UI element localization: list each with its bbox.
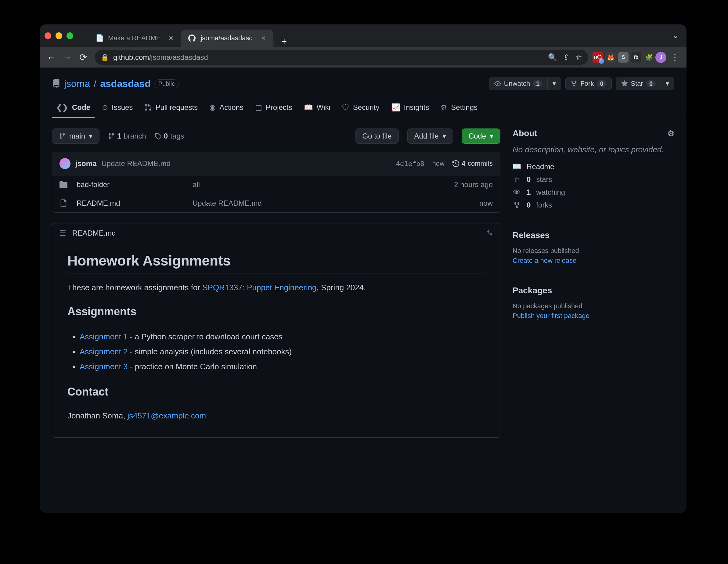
tab-security[interactable]: 🛡Security <box>338 99 384 118</box>
count-badge: 0 <box>646 80 656 87</box>
add-file-button[interactable]: Add file ▾ <box>407 128 453 144</box>
file-commit-msg[interactable]: Update README.md <box>193 199 479 208</box>
new-tab-button[interactable]: + <box>276 36 293 47</box>
star-button[interactable]: Star 0 ▾ <box>616 77 674 90</box>
page-content[interactable]: jsoma / asdasdasd Public Unwatch 1 ▾ <box>40 68 687 513</box>
file-row[interactable]: README.md Update README.md now <box>52 194 500 212</box>
author-avatar[interactable] <box>59 158 70 169</box>
tab-issues[interactable]: ⊙Issues <box>98 99 137 118</box>
readme-intro: These are homework assignments for SPQR1… <box>67 281 485 294</box>
tab-title: Make a README <box>108 34 160 42</box>
extension-icon[interactable]: 🦊 <box>605 52 616 63</box>
minimize-window-button[interactable] <box>56 32 62 39</box>
stars-link[interactable]: ☆0 stars <box>513 175 674 184</box>
extensions-menu-icon[interactable]: 🧩 <box>644 52 654 63</box>
tab-projects[interactable]: ▥Projects <box>251 99 297 118</box>
commit-hash[interactable]: 4d1efb8 <box>396 160 424 168</box>
browser-tab-0[interactable]: 📄 Make a README ✕ <box>88 30 181 47</box>
share-icon[interactable]: ⇪ <box>563 53 569 62</box>
releases-heading[interactable]: Releases <box>513 230 674 240</box>
file-name[interactable]: README.md <box>77 199 193 208</box>
extension-icon[interactable]: S <box>618 52 629 63</box>
omnibox-actions: 🔍 ⇪ ☆ <box>548 53 582 62</box>
commit-message[interactable]: Update README.md <box>101 159 171 168</box>
contact-email-link[interactable]: js4571@example.com <box>128 411 206 420</box>
repo-actions: Unwatch 1 ▾ Fork 0 <box>489 77 674 90</box>
close-window-button[interactable] <box>45 32 51 39</box>
extension-icon[interactable]: fb <box>631 52 641 63</box>
pencil-icon[interactable]: ✎ <box>487 229 493 237</box>
create-release-link[interactable]: Create a new release <box>513 257 576 264</box>
reload-button[interactable]: ⟳ <box>76 50 90 65</box>
file-name[interactable]: bad-folder <box>77 180 193 189</box>
profile-avatar[interactable]: J <box>655 52 666 63</box>
toolbar: ← → ⟳ 🔒 github.com/jsoma/asdasdasd 🔍 ⇪ ☆… <box>40 47 687 68</box>
publish-package-link[interactable]: Publish your first package <box>513 312 589 320</box>
caret-down-icon[interactable]: ▾ <box>661 77 674 90</box>
file-commit-msg[interactable]: all <box>193 180 454 189</box>
visibility-badge: Public <box>154 79 179 88</box>
tag-count-link[interactable]: 0 tags <box>155 132 184 140</box>
branch-picker[interactable]: main ▾ <box>52 128 99 144</box>
list-icon[interactable]: ☰ <box>59 229 66 237</box>
packages-heading[interactable]: Packages <box>513 286 674 295</box>
readme-content: Homework Assignments These are homework … <box>52 243 500 437</box>
caret-down-icon[interactable]: ▾ <box>547 77 561 90</box>
repo-owner-link[interactable]: jsoma <box>64 78 90 89</box>
assignment-link[interactable]: Assignment 1 <box>80 332 128 341</box>
tab-wiki[interactable]: 📖Wiki <box>300 99 335 118</box>
readme-link[interactable]: 📖Readme <box>513 162 674 171</box>
commits-count: 4 <box>462 160 465 168</box>
tab-insights[interactable]: 📈Insights <box>387 99 434 118</box>
readme-filename[interactable]: README.md <box>72 229 116 237</box>
go-to-file-button[interactable]: Go to file <box>355 128 399 144</box>
readme-h1: Homework Assignments <box>67 252 485 273</box>
close-tab-icon[interactable]: ✕ <box>261 34 266 42</box>
browser-tab-1[interactable]: jsoma/asdasdasd ✕ <box>181 30 273 47</box>
assignment-link[interactable]: Assignment 2 <box>80 347 128 356</box>
bookmark-icon[interactable]: ☆ <box>575 53 582 62</box>
repo-name-link[interactable]: asdasdasd <box>100 78 150 89</box>
course-link[interactable]: SPQR1337: Puppet Engineering <box>202 283 316 292</box>
watching-link[interactable]: 👁1 watching <box>513 188 674 197</box>
label: forks <box>536 201 552 209</box>
commit-author[interactable]: jsoma <box>75 159 96 168</box>
tab-settings[interactable]: ⚙Settings <box>436 99 482 118</box>
text: - simple analysis (includes several note… <box>128 347 292 356</box>
branch-count-link[interactable]: 1 branch <box>108 132 146 140</box>
tab-pulls[interactable]: Pull requests <box>140 99 202 118</box>
count: 0 <box>527 201 531 209</box>
close-tab-icon[interactable]: ✕ <box>168 34 174 42</box>
latest-commit-row[interactable]: jsoma Update README.md 4d1efb8 now 4 com… <box>52 152 500 175</box>
eye-icon <box>494 80 501 87</box>
extension-ublock-icon[interactable]: uO <box>593 52 603 63</box>
commits-label: commits <box>468 160 493 168</box>
forks-link[interactable]: 0 forks <box>513 201 674 209</box>
issues-icon: ⊙ <box>102 103 108 112</box>
browser-window: 📄 Make a README ✕ jsoma/asdasdasd ✕ + ⌄ … <box>40 24 687 513</box>
about-description: No description, website, or topics provi… <box>513 145 674 154</box>
file-row[interactable]: bad-folder all 2 hours ago <box>52 175 500 194</box>
tab-overflow-button[interactable]: ⌄ <box>669 31 682 40</box>
gear-icon[interactable]: ⚙ <box>667 129 674 138</box>
about-list: 📖Readme ☆0 stars 👁1 watching 0 forks <box>513 162 674 209</box>
url-text: github.com/jsoma/asdasdasd <box>113 53 208 62</box>
contact-name: Jonathan Soma, <box>67 411 128 420</box>
back-button[interactable]: ← <box>44 50 59 65</box>
zoom-icon[interactable]: 🔍 <box>548 53 557 62</box>
file-time: 2 hours ago <box>454 180 493 189</box>
code-button[interactable]: Code ▾ <box>462 128 500 144</box>
tab-label: Insights <box>404 103 429 112</box>
document-icon: 📄 <box>96 34 103 42</box>
address-bar[interactable]: 🔒 github.com/jsoma/asdasdasd 🔍 ⇪ ☆ <box>95 50 588 65</box>
tab-label: Security <box>353 103 380 112</box>
forward-button[interactable]: → <box>60 50 74 65</box>
assignment-link[interactable]: Assignment 3 <box>80 362 128 371</box>
maximize-window-button[interactable] <box>67 32 73 39</box>
tab-code[interactable]: ❮❯Code <box>52 99 95 118</box>
fork-button[interactable]: Fork 0 <box>565 77 611 90</box>
unwatch-button[interactable]: Unwatch 1 ▾ <box>489 77 561 90</box>
tab-actions[interactable]: ◉Actions <box>205 99 248 118</box>
commits-link[interactable]: 4 commits <box>452 160 493 168</box>
browser-menu-icon[interactable]: ⋮ <box>668 52 682 62</box>
